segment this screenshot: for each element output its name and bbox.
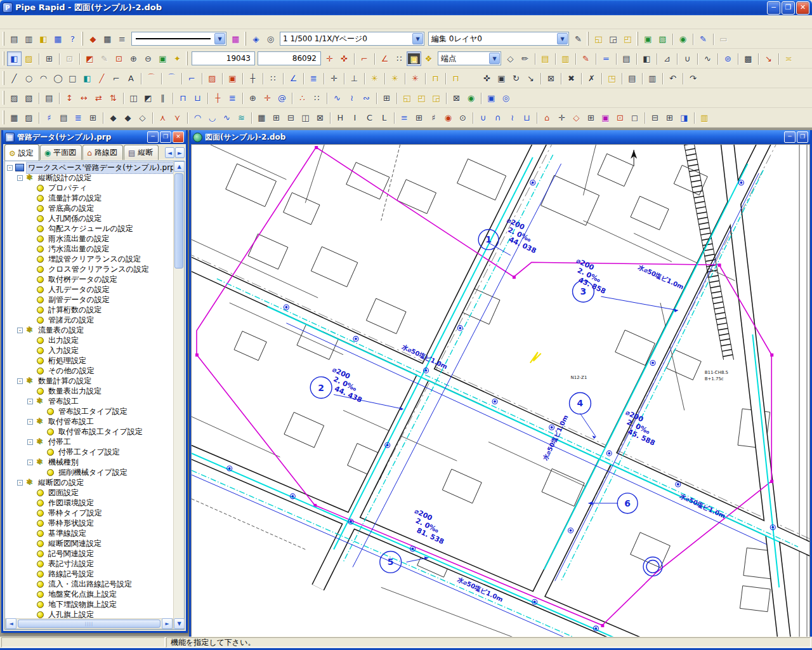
tree-item[interactable]: 埋設管クリアランスの設定 [5, 254, 173, 264]
tab-scroll-left-icon[interactable]: ◄ [165, 147, 174, 158]
cross-point-icon[interactable]: ✛ [327, 71, 341, 86]
line-tool-icon[interactable]: ╱ [7, 71, 22, 86]
sheet-pile-icon[interactable]: ≡ [397, 110, 412, 125]
arc-tool-icon[interactable]: ◠ [36, 71, 51, 86]
scroll-right-icon[interactable]: ► [162, 618, 173, 629]
grid-cross-icon[interactable]: ┼ [211, 91, 225, 105]
help-icon[interactable]: ? [65, 32, 80, 46]
hatch-select-icon[interactable]: ▦ [100, 32, 115, 46]
panel-restore-button[interactable]: ❐ [160, 131, 171, 143]
drawing-titlebar[interactable]: 図面(サンプル)-2.dob ─ ❐ [191, 130, 810, 144]
survey-point-icon[interactable]: ✛ [554, 110, 569, 125]
tree-item[interactable]: 帯枠タイプ設定 [5, 508, 173, 518]
palette-icon[interactable]: ▦ [228, 32, 243, 46]
hatch-b-icon[interactable]: ▧ [22, 91, 36, 105]
tree-item[interactable]: 汚水流出量の設定 [5, 244, 173, 254]
tree-item[interactable]: 付帯工タイプ設定 [5, 447, 173, 457]
double-line-icon[interactable]: ‖ [155, 91, 170, 105]
marker-icon[interactable]: ◇ [569, 110, 584, 125]
anchor-icon[interactable]: ◉ [441, 110, 455, 125]
text-tool-icon[interactable]: A [124, 71, 138, 86]
band-icon[interactable]: ▤ [42, 91, 56, 105]
zoom-window-icon[interactable]: ▣ [155, 51, 170, 66]
spray-1-icon[interactable]: ✳ [367, 71, 382, 86]
coordinate-y-field[interactable]: 86092 [258, 51, 321, 65]
tree-item[interactable]: 出力設定 [5, 335, 173, 345]
tree-item[interactable]: 路線記号設定 [5, 569, 173, 579]
redraw-icon[interactable]: ✎ [97, 51, 112, 66]
line-width-icon[interactable]: ≡ [115, 32, 129, 46]
tree-item[interactable]: その他の設定 [5, 366, 173, 376]
layer-dropdown-icon[interactable]: ▼ [557, 33, 568, 44]
mesh-a-icon[interactable]: ▦ [7, 110, 22, 125]
tree-expander[interactable]: - [17, 378, 23, 384]
arch-b-icon[interactable]: ◡ [205, 110, 219, 125]
tab-settings[interactable]: ⚙ 設定 [4, 144, 39, 161]
panel-grid-icon[interactable]: ⊞ [584, 110, 598, 125]
fill-tool-icon[interactable]: ◧ [80, 71, 95, 86]
lines-icon[interactable]: ≣ [71, 110, 86, 125]
print-icon[interactable]: ▤ [625, 71, 639, 86]
open-book-icon[interactable]: ▤ [538, 51, 553, 66]
toolbar-grip[interactable] [3, 51, 4, 65]
toolbar-grip[interactable] [587, 32, 589, 46]
tree-expander[interactable]: - [27, 439, 33, 445]
measure-grid-icon[interactable]: ═ [599, 51, 613, 66]
tree-horizontal-scrollbar[interactable]: ◄ |||| ► [5, 618, 173, 629]
edit-text-icon[interactable]: ▤ [619, 51, 634, 66]
v-down-icon[interactable]: ⋎ [170, 110, 185, 125]
layer-write-icon[interactable]: ✎ [571, 32, 586, 46]
scroll-down-icon[interactable]: ▼ [174, 618, 185, 629]
tree-item[interactable]: - 縦断図の設定 [5, 477, 173, 488]
copy-drawing-icon[interactable]: ▤ [7, 32, 22, 46]
folder-b-icon[interactable]: ◰ [414, 91, 429, 105]
block-b-icon[interactable]: ⊞ [269, 110, 284, 125]
tree-expander[interactable]: - [27, 419, 33, 425]
mirror-icon[interactable]: ◨ [677, 110, 691, 125]
arc-2pt-icon[interactable]: ⌒ [144, 71, 159, 86]
report-icon[interactable]: ▥ [697, 110, 712, 125]
toolbar-grip[interactable] [3, 91, 4, 105]
edit-offset-icon[interactable]: ⊚ [721, 51, 735, 66]
menu-item[interactable] [103, 21, 113, 23]
tree-item[interactable]: 管諸元の設定 [5, 315, 173, 325]
tree-expander[interactable]: - [17, 328, 23, 333]
tree-item[interactable]: 管底高の設定 [5, 203, 173, 213]
edit-fillet-icon[interactable]: ∪ [680, 51, 695, 66]
spray-3-icon[interactable]: ✳ [408, 71, 422, 86]
scroll-thumb-h[interactable]: |||| [18, 620, 160, 628]
tree-item[interactable]: - 取付管布設工 [5, 416, 173, 427]
line-style-dropdown-icon[interactable]: ▼ [214, 33, 225, 44]
spray-2-icon[interactable]: ✳ [388, 71, 402, 86]
frame-icon[interactable]: ▣ [484, 91, 499, 105]
add-icon[interactable]: ⊞ [662, 110, 677, 125]
panel-close-button[interactable]: ✕ [173, 131, 184, 143]
pipe-curve-icon[interactable]: ∿ [219, 110, 234, 125]
edit-rect-icon[interactable]: ◧ [639, 51, 654, 66]
zoom-in-icon[interactable]: ⊕ [126, 51, 141, 66]
pin-c-icon[interactable]: ◇ [135, 110, 150, 125]
highlight-icon[interactable]: ✦ [170, 51, 185, 66]
layer-edit-icon[interactable]: ◰ [620, 32, 635, 46]
cursor-axis-icon[interactable]: ✜ [337, 51, 351, 66]
channel-up-icon[interactable]: ⊓ [176, 91, 190, 105]
grid-sharp-icon[interactable]: ♯ [42, 110, 56, 125]
toolbar-grip[interactable] [244, 32, 246, 46]
open-file-icon[interactable]: ◧ [36, 32, 51, 46]
channel-down-icon[interactable]: ⊔ [190, 91, 205, 105]
tree-expander[interactable]: - [27, 460, 33, 465]
window-back-icon[interactable]: ◩ [82, 51, 97, 66]
raster-import-icon[interactable]: ▣ [641, 32, 655, 46]
drawing-canvas[interactable]: 1 2 3 4 5 6 ⌀200 2. 0‰ 44. 038 [191, 144, 810, 637]
tree-item[interactable]: - 付帯工 [5, 437, 173, 447]
tree-item[interactable]: - 流量表の設定 [5, 325, 173, 335]
tree-item[interactable]: - 縦断設計の設定 [5, 173, 173, 183]
flip-icon[interactable]: ⇅ [106, 91, 121, 105]
scroll-left-icon[interactable]: ◄ [6, 618, 16, 629]
tree-item[interactable]: 管布設工タイプ設定 [5, 406, 173, 416]
tree-item[interactable]: 図面設定 [5, 488, 173, 498]
panel-minimize-button[interactable]: ─ [147, 131, 159, 143]
redo-icon[interactable]: ↷ [686, 71, 700, 86]
c-steel-icon[interactable]: C [362, 110, 377, 125]
edit-stretch-icon[interactable]: ↘ [761, 51, 776, 66]
